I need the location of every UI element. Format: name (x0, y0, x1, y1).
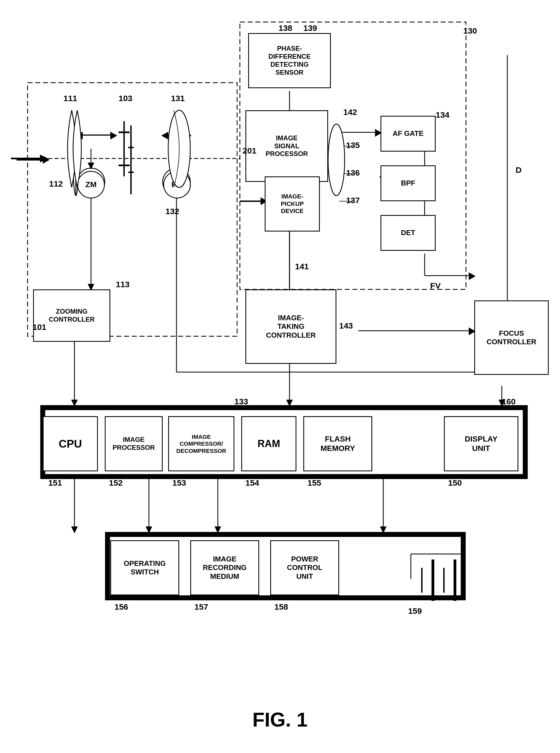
ref-112: 112 (49, 179, 63, 188)
ref-201: 201 (243, 146, 256, 156)
image-taking-label: IMAGE- TAKING CONTROLLER (266, 314, 316, 340)
fig-label: FIG. 1 (252, 709, 307, 731)
zooming-ctrl-label: ZOOMING CONTROLLER (49, 308, 95, 324)
svg-marker-17 (161, 132, 168, 140)
focus-ctrl-label: FOCUS CONTROLLER (487, 329, 537, 346)
display-label: DISPLAY UNIT (465, 434, 498, 453)
display-box: DISPLAY UNIT (444, 416, 518, 471)
image-signal-label: IMAGE SIGNAL PROCESSOR (265, 134, 308, 158)
img-rec-med-box: IMAGE RECORDING MEDIUM (190, 540, 259, 595)
svg-point-80 (328, 124, 345, 196)
ref-fv: FV (430, 281, 441, 290)
det-box: DET (380, 215, 436, 251)
af-gate-label: AF GATE (393, 129, 423, 138)
ref-d: D (516, 165, 522, 175)
ref-155: 155 (307, 478, 321, 488)
phase-diff-label: PHASE- DIFFERENCE DETECTING SENSOR (268, 45, 311, 76)
fm-label: FM (172, 180, 182, 189)
svg-marker-52 (71, 400, 78, 407)
svg-marker-16 (185, 132, 192, 140)
svg-marker-56 (145, 526, 152, 533)
image-proc-box: IMAGE PROCESSOR (105, 416, 163, 471)
image-pickup-label: IMAGE- PICKUP DEVICE (281, 193, 304, 215)
ram-box: RAM (241, 416, 296, 471)
ref-138: 138 (279, 23, 292, 33)
ref-134: 134 (436, 110, 449, 120)
power-ctrl-label: POWER CONTROL UNIT (287, 555, 323, 581)
power-ctrl-box: POWER CONTROL UNIT (270, 540, 339, 595)
ref-152: 152 (109, 478, 123, 488)
ref-143: 143 (339, 321, 353, 330)
ref-153: 153 (172, 478, 186, 488)
svg-marker-74 (40, 155, 48, 162)
svg-rect-2 (43, 405, 525, 410)
zoom-lens-group (65, 121, 87, 199)
image-comp-box: IMAGE COMPRESSOR/ DECOMPRESSOR (168, 416, 234, 471)
bpf-label: BPF (401, 179, 415, 187)
svg-marker-58 (215, 526, 221, 533)
svg-marker-13 (110, 132, 117, 140)
phase-diff-sensor-box: PHASE- DIFFERENCE DETECTING SENSOR (248, 33, 331, 88)
ref-156: 156 (115, 602, 128, 612)
image-comp-label: IMAGE COMPRESSOR/ DECOMPRESSOR (177, 433, 226, 454)
ref-130: 130 (463, 26, 477, 36)
ref-139: 139 (303, 23, 317, 33)
image-signal-proc-box: IMAGE SIGNAL PROCESSOR (245, 110, 328, 182)
ref-111: 111 (63, 94, 77, 103)
ref-136: 136 (346, 168, 360, 178)
svg-marker-60 (380, 526, 386, 533)
svg-marker-11 (43, 156, 49, 164)
flash-mem-box: FLASH MEMORY (303, 416, 372, 471)
ref-142: 142 (343, 107, 357, 117)
flash-mem-label: FLASH MEMORY (321, 434, 355, 453)
ref-159: 159 (408, 606, 422, 616)
ref-157: 157 (194, 602, 208, 612)
ref-160: 160 (502, 397, 516, 406)
ram-label: RAM (258, 438, 280, 450)
ref-154: 154 (245, 478, 259, 488)
af-gate-box: AF GATE (380, 116, 436, 151)
ref-132: 132 (165, 207, 179, 216)
svg-marker-23 (173, 163, 180, 169)
ref-103: 103 (119, 94, 132, 103)
svg-marker-40 (469, 272, 476, 280)
svg-marker-21 (88, 163, 94, 169)
image-proc-label: IMAGE PROCESSOR (113, 436, 155, 452)
op-switch-label: OPERATING SWITCH (124, 559, 166, 576)
ref-133: 133 (234, 397, 248, 406)
ref-137: 137 (346, 196, 360, 205)
svg-rect-7 (107, 595, 463, 600)
svg-marker-54 (71, 526, 78, 533)
image-taking-ctrl-box: IMAGE- TAKING CONTROLLER (245, 289, 336, 364)
ref-113: 113 (116, 280, 129, 289)
ref-150: 150 (448, 478, 462, 488)
zm-label: ZM (85, 180, 97, 189)
cpu-label: CPU (59, 437, 82, 450)
op-switch-box: OPERATING SWITCH (110, 540, 179, 595)
svg-rect-6 (107, 532, 463, 537)
diagram-container: PHASE- DIFFERENCE DETECTING SENSOR IMAGE… (0, 0, 560, 753)
ref-158: 158 (274, 602, 288, 612)
ref-141: 141 (295, 262, 309, 271)
bpf-box: BPF (380, 165, 436, 201)
fm-motor: FM (163, 171, 191, 199)
aperture-stop (123, 125, 139, 194)
ref-151: 151 (48, 478, 62, 488)
ref-135: 135 (346, 141, 360, 150)
ref-131: 131 (171, 94, 185, 103)
figure-title: FIG. 1 (0, 708, 560, 731)
zooming-ctrl-box: ZOOMING CONTROLLER (33, 289, 110, 342)
det-label: DET (401, 228, 415, 237)
ref-101: 101 (33, 323, 46, 332)
img-rec-med-label: IMAGE RECORDING MEDIUM (203, 555, 247, 581)
image-pickup-box: IMAGE- PICKUP DEVICE (265, 177, 320, 231)
focus-ctrl-box: FOCUS CONTROLLER (474, 301, 549, 375)
cpu-box: CPU (43, 416, 98, 471)
svg-marker-46 (286, 400, 293, 407)
